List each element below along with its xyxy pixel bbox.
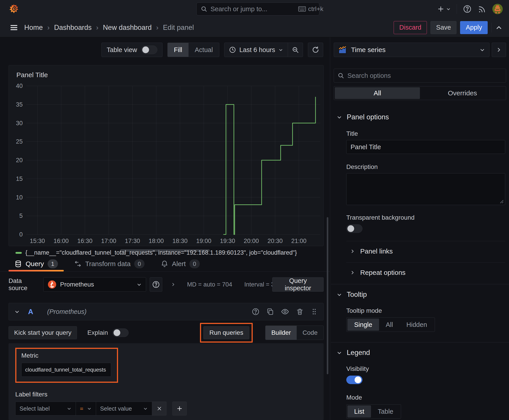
select-label-dropdown[interactable]: Select label — [15, 402, 76, 415]
operator-dropdown[interactable]: = — [76, 402, 96, 415]
add-filter-button[interactable] — [172, 402, 187, 415]
builder-option[interactable]: Builder — [266, 326, 297, 340]
explain-control: Explain — [87, 329, 129, 337]
query-row-header[interactable]: A (Prometheus) — [8, 303, 324, 320]
legend-section-header[interactable]: Legend — [334, 349, 506, 357]
time-series-viz-icon — [338, 45, 347, 54]
actual-option[interactable]: Actual — [189, 43, 219, 57]
legend-mode-label: Mode — [346, 394, 505, 401]
tooltip-section-header[interactable]: Tooltip — [334, 291, 506, 299]
breadcrumb-new-dashboard[interactable]: New dashboard — [103, 23, 152, 32]
hide-response-eye-icon[interactable] — [281, 307, 289, 316]
metric-select[interactable]: cloudflared_tunnel_total_requests — [21, 363, 111, 377]
time-range-button[interactable]: Last 6 hours — [224, 46, 288, 54]
tooltip-mode-all[interactable]: All — [379, 319, 400, 331]
visualization-name: Time series — [351, 46, 475, 54]
news-button[interactable] — [478, 5, 486, 14]
new-menu-button[interactable] — [437, 5, 451, 13]
breadcrumb-home[interactable]: Home — [24, 23, 43, 32]
legend-visibility-toggle[interactable] — [346, 375, 363, 384]
query-inspector-button[interactable]: Query inspector — [272, 277, 324, 292]
tab-query[interactable]: Query 1 — [8, 257, 64, 271]
select-value-dropdown[interactable]: Select value — [96, 402, 152, 415]
tab-alert[interactable]: Alert 0 — [155, 257, 205, 271]
section-divider — [331, 342, 509, 342]
svg-text:20:30: 20:30 — [267, 238, 283, 244]
title-label: Title — [346, 130, 505, 137]
metric-value: cloudflared_tunnel_total_requests — [25, 367, 106, 373]
global-search[interactable]: ctrl+k — [196, 2, 319, 15]
search-icon — [201, 6, 207, 12]
refresh-button[interactable] — [308, 43, 323, 57]
apply-button[interactable]: Apply — [460, 21, 488, 34]
left-pane-scrollbar[interactable] — [327, 217, 328, 374]
section-divider — [331, 284, 509, 284]
expand-stats-chevron-icon[interactable] — [171, 282, 176, 287]
save-button[interactable]: Save — [430, 21, 456, 34]
search-icon — [338, 72, 344, 79]
chevron-right-icon — [496, 47, 502, 53]
resize-handle-icon[interactable] — [500, 199, 504, 203]
legend-mode-list[interactable]: List — [347, 405, 371, 418]
tooltip-mode-switch: Single All Hidden — [346, 317, 435, 332]
panel-title: Panel Title — [16, 71, 48, 79]
datasource-help-button[interactable] — [150, 277, 162, 292]
zoom-out-time-button[interactable] — [288, 43, 303, 57]
help-button[interactable] — [463, 5, 472, 14]
options-search[interactable] — [334, 69, 506, 82]
time-series-chart[interactable]: 051015202530354015:3016:0016:3017:0017:3… — [13, 83, 323, 246]
datasource-picker[interactable]: Prometheus — [43, 277, 146, 292]
viz-suggestions-button[interactable] — [492, 43, 506, 57]
query-editor: A (Prometheus) Kick start your query Exp… — [8, 303, 324, 420]
transparent-background-toggle[interactable] — [346, 224, 363, 233]
query-datasource-hint: (Prometheus) — [47, 308, 87, 315]
kick-start-query-button[interactable]: Kick start your query — [8, 326, 77, 339]
search-input[interactable] — [211, 5, 295, 13]
duplicate-query-icon[interactable] — [266, 308, 274, 315]
operator-value: = — [80, 405, 83, 412]
options-search-input[interactable] — [347, 72, 502, 79]
tab-overrides[interactable]: Overrides — [420, 87, 505, 99]
remove-filter-button[interactable] — [152, 402, 167, 415]
mega-menu-button[interactable] — [9, 23, 18, 32]
tooltip-mode-hidden[interactable]: Hidden — [400, 319, 434, 331]
panel-links-section-header[interactable]: Panel links — [346, 248, 505, 255]
fill-option[interactable]: Fill — [168, 43, 189, 57]
delete-query-trash-icon[interactable] — [296, 308, 304, 315]
discard-button[interactable]: Discard — [394, 21, 427, 34]
svg-text:10: 10 — [16, 194, 23, 201]
chevron-down-icon — [278, 47, 283, 52]
code-option[interactable]: Code — [297, 326, 323, 340]
database-icon — [14, 260, 22, 268]
legend-mode-table[interactable]: Table — [371, 405, 400, 418]
panel-title-input[interactable] — [346, 140, 505, 154]
tab-all[interactable]: All — [335, 87, 420, 99]
collapse-header-button[interactable] — [495, 24, 503, 31]
repeat-options-section-header[interactable]: Repeat options — [346, 269, 505, 276]
question-circle-icon — [463, 5, 472, 14]
query-help-icon[interactable] — [251, 308, 260, 316]
tooltip-mode-single[interactable]: Single — [347, 319, 379, 331]
description-textarea[interactable] — [346, 173, 505, 205]
shortcut-hint: ctrl+k — [298, 5, 323, 13]
drag-grip-icon[interactable] — [310, 308, 318, 315]
panel-options-section-header[interactable]: Panel options — [334, 113, 506, 121]
breadcrumb-dashboards[interactable]: Dashboards — [54, 23, 91, 32]
visualization-picker[interactable]: Time series — [334, 43, 489, 57]
chevron-down-icon[interactable] — [14, 309, 20, 315]
svg-text:20:00: 20:00 — [244, 238, 259, 244]
explain-toggle[interactable] — [113, 329, 129, 337]
clock-icon — [229, 46, 236, 53]
svg-text:35: 35 — [16, 101, 23, 108]
grafana-logo[interactable] — [6, 4, 19, 14]
run-queries-button[interactable]: Run queries — [203, 326, 249, 339]
legend-series-label[interactable]: {__name__="cloudflared_tunnel_total_requ… — [25, 249, 297, 256]
close-icon — [156, 406, 162, 412]
repeat-options-heading: Repeat options — [360, 269, 406, 276]
query-count-badge: 1 — [48, 259, 58, 268]
avatar[interactable] — [492, 4, 503, 14]
query-builder-body: Metric cloudflared_tunnel_total_requests… — [8, 343, 324, 420]
tab-transform-data[interactable]: Transform data 0 — [68, 257, 150, 271]
select-value-placeholder: Select value — [100, 405, 139, 412]
table-view-toggle[interactable] — [141, 45, 157, 54]
